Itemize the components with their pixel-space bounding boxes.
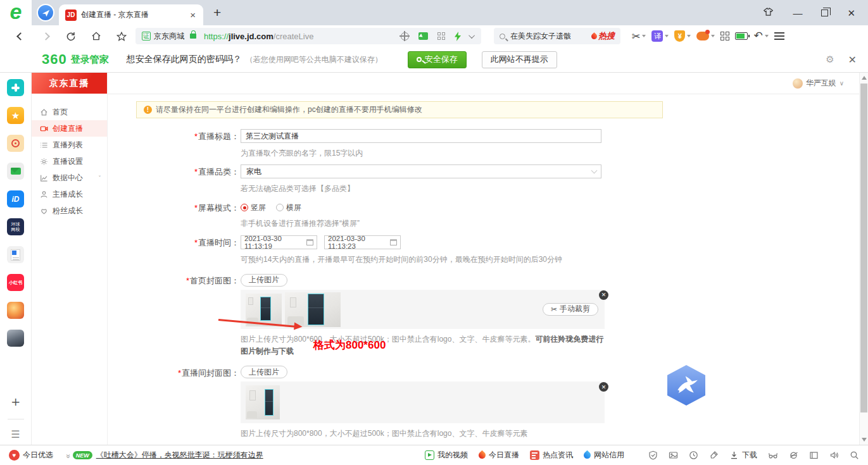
cover-image-thumb-large[interactable] [285, 292, 341, 327]
sidebar-item-home[interactable]: 首页 [32, 104, 107, 120]
mail-icon[interactable] [7, 163, 24, 180]
sidebar-item-data-center[interactable]: 数据中心 ˇ [32, 170, 107, 186]
sidebar-item-fans-growth[interactable]: 粉丝成长 [32, 202, 107, 219]
menu-button[interactable] [774, 32, 784, 40]
my-videos-button[interactable]: 我的视频 [425, 450, 468, 461]
main-content: 华严互娱 ∨ ! 请尽量保持在同一平台进行创建和编辑操作，pc创建的直播不要用手… [108, 73, 859, 445]
tab-title: 创建直播 - 京东直播 [81, 9, 184, 20]
address-dropdown-chevron-icon[interactable] [469, 32, 475, 39]
speed-lightning-icon[interactable] [455, 32, 461, 41]
undo-closed-tab-button[interactable]: ↶ [753, 31, 768, 42]
room-cover-image-thumb[interactable] [246, 385, 280, 419]
web-snapshot-icon[interactable] [418, 32, 428, 40]
upload-image-button[interactable]: 上传图片 [241, 366, 287, 378]
scroll-down-arrow-icon[interactable] [862, 438, 867, 442]
game-app-icon-2[interactable] [7, 330, 24, 347]
thunder-download-float-icon[interactable] [667, 365, 705, 406]
news-headline-link[interactable]: 《吐槽大会》停播，央视怒批李诞：玩梗须有边界 [96, 450, 263, 461]
cleaner-brush-icon[interactable] [709, 450, 719, 460]
tab-close-icon[interactable]: × [189, 9, 197, 20]
minimize-button[interactable]: — [793, 8, 802, 18]
weibo-icon[interactable] [7, 135, 24, 152]
upload-image-button[interactable]: 上传图片 [241, 274, 287, 287]
snapshot-image-icon[interactable] [669, 450, 678, 460]
back-button[interactable] [15, 34, 25, 39]
sidebar-list-button[interactable]: ☰ [11, 430, 20, 440]
shopping-guard-button[interactable]: ¥ [674, 30, 691, 42]
url-text[interactable]: https://jlive.jd.com/createLive [204, 32, 313, 41]
hot-search-button[interactable]: 热搜 [591, 30, 615, 42]
close-window-button[interactable]: ✕ [847, 8, 855, 18]
live-title-input[interactable] [241, 129, 601, 143]
id-app-icon[interactable]: iD [7, 190, 24, 208]
qr-code-icon[interactable] [437, 32, 445, 40]
refresh-button[interactable] [66, 31, 76, 42]
restore-window-button[interactable] [821, 9, 828, 16]
scrollbar-thumb[interactable] [860, 84, 867, 412]
history-clock-icon[interactable] [689, 450, 698, 460]
close-bar-icon[interactable]: ✕ [848, 54, 857, 66]
gear-icon[interactable]: ⚙ [826, 54, 834, 65]
person-icon [40, 190, 48, 199]
quick-nav-bubble-icon[interactable] [37, 4, 54, 22]
end-time-input[interactable]: 2021-03-30 11:13:23 [324, 235, 401, 249]
delete-cover-icon[interactable]: ✕ [599, 290, 608, 300]
site-credit-button[interactable]: 网站信用 [584, 450, 624, 461]
favorites-star-icon[interactable]: ★ [7, 107, 24, 124]
power-saver-button[interactable] [735, 32, 748, 40]
browser-logo-area: e [0, 0, 32, 25]
xiaohongshu-icon[interactable]: 小红书 [7, 274, 24, 291]
sidebar-item-live-settings[interactable]: 直播设置 [32, 153, 107, 170]
game-app-icon-1[interactable] [7, 302, 24, 319]
never-prompt-button[interactable]: 此网站不再提示 [482, 51, 557, 68]
hot-news-button[interactable]: 热点资讯 [530, 450, 573, 461]
window-layout-icon[interactable] [809, 450, 819, 460]
forward-button[interactable] [41, 34, 51, 39]
bookmark-star-icon[interactable] [116, 31, 127, 42]
radio-portrait[interactable]: 竖屏 [241, 202, 266, 213]
browser-tab[interactable]: JD 创建直播 - 京东直播 × [59, 4, 203, 25]
incognito-glasses-icon[interactable] [768, 450, 778, 460]
page-scrollbar[interactable] [859, 73, 868, 445]
wangxiao-app-icon[interactable]: 环球网校 [7, 218, 24, 235]
delete-cover-icon[interactable]: ✕ [599, 382, 608, 392]
home-cover-hint: 图片上传尺寸为800*600，大小不超过500k；图中禁止含有logo、文字、牛… [241, 333, 605, 357]
sidebar-item-create-live[interactable]: 创建直播 [32, 120, 107, 137]
address-bar[interactable]: 证 京东商城 https://jlive.jd.com/createLive [135, 28, 481, 44]
user-dropdown-chevron-icon[interactable]: ∨ [840, 80, 844, 87]
new-tab-button[interactable]: + [213, 5, 221, 20]
volume-icon[interactable] [829, 450, 839, 460]
key-icon [417, 57, 422, 62]
user-bar: 华严互娱 ∨ [108, 73, 859, 94]
radio-landscape[interactable]: 横屏 [276, 202, 301, 213]
locate-target-icon[interactable] [401, 32, 409, 40]
start-time-input[interactable]: 2021-03-30 11:13:19 [241, 235, 317, 249]
today-picks-button[interactable]: ♥ 今日优选 [9, 450, 53, 461]
collapse-chevrons-icon[interactable]: » [64, 454, 73, 457]
sidebar-item-live-list[interactable]: 直播列表 [32, 137, 107, 153]
apps-grid-button[interactable] [720, 32, 729, 40]
sidebar-item-anchor-growth[interactable]: 主播成长 [32, 186, 107, 202]
ie-compat-icon[interactable] [789, 450, 798, 460]
home-button[interactable] [91, 31, 101, 41]
submenu-chevron-icon[interactable]: ˇ [99, 175, 101, 181]
download-button[interactable]: 下载 [729, 450, 757, 461]
category-select[interactable]: 家电 [241, 164, 601, 178]
game-center-button[interactable] [696, 32, 715, 40]
today-live-button[interactable]: 今日直播 [479, 450, 519, 461]
theme-shirt-icon[interactable] [763, 8, 774, 18]
teal-app-icon[interactable] [7, 79, 24, 96]
manual-crop-button[interactable]: ✂手动裁剪 [543, 303, 598, 316]
user-name[interactable]: 华严互娱 [806, 78, 836, 89]
search-query[interactable]: 在美失踪女子遗骸 [510, 31, 591, 42]
word-doc-icon[interactable] [7, 246, 24, 263]
page-search-icon[interactable] [850, 450, 859, 460]
search-box[interactable]: 在美失踪女子遗骸 热搜 [494, 28, 620, 44]
add-app-button[interactable]: ＋ [9, 395, 23, 409]
flame-icon [477, 450, 487, 461]
secure-save-button[interactable]: 安全保存 [408, 51, 467, 68]
scroll-up-arrow-icon[interactable] [862, 76, 867, 80]
security-shield-icon[interactable] [648, 450, 658, 460]
screenshot-scissors-button[interactable]: ✂ [632, 30, 646, 42]
translate-button[interactable]: 译 [651, 30, 669, 42]
